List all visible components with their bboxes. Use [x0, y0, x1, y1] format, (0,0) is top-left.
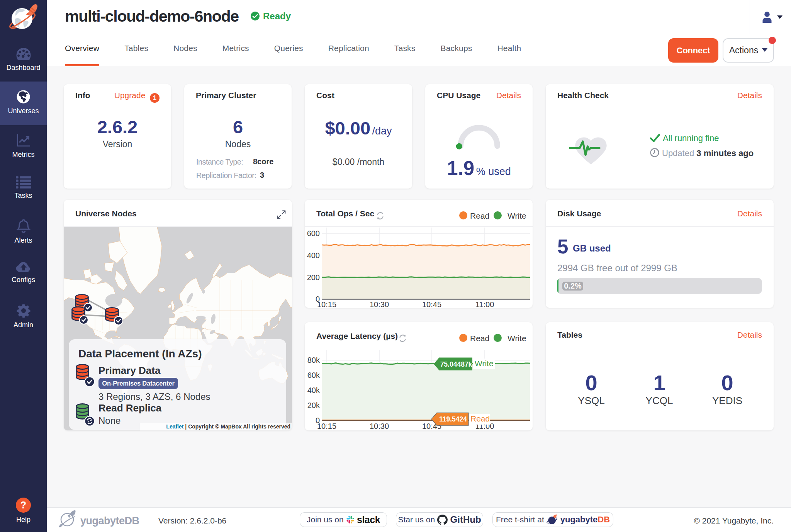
svg-text:10:15: 10:15 — [317, 422, 336, 430]
svg-text:10:45: 10:45 — [422, 300, 441, 308]
svg-text:10:30: 10:30 — [370, 300, 389, 308]
svg-text:11:00: 11:00 — [475, 300, 494, 308]
svg-text:10:15: 10:15 — [317, 300, 336, 308]
svg-text:119.5424: 119.5424 — [439, 415, 467, 423]
svg-text:75.04487k: 75.04487k — [440, 360, 472, 368]
svg-text:Read: Read — [470, 414, 490, 423]
svg-text:40k: 40k — [307, 386, 320, 394]
svg-text:60k: 60k — [307, 371, 320, 379]
svg-text:600: 600 — [307, 229, 320, 238]
svg-text:20k: 20k — [307, 401, 320, 410]
svg-text:200: 200 — [307, 273, 320, 282]
svg-text:Write: Write — [475, 359, 494, 368]
svg-text:400: 400 — [307, 251, 320, 260]
svg-text:10:30: 10:30 — [370, 422, 389, 430]
svg-text:?: ? — [20, 500, 26, 510]
svg-text:80k: 80k — [307, 356, 320, 364]
